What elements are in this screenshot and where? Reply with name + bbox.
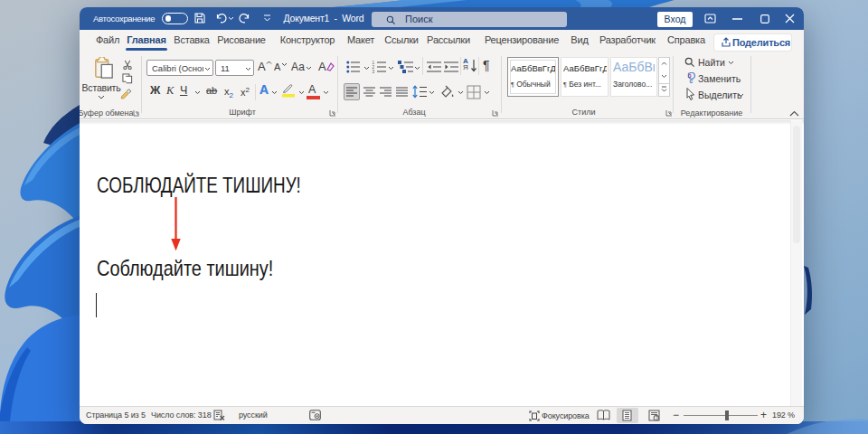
svg-text:3: 3 <box>373 70 375 73</box>
